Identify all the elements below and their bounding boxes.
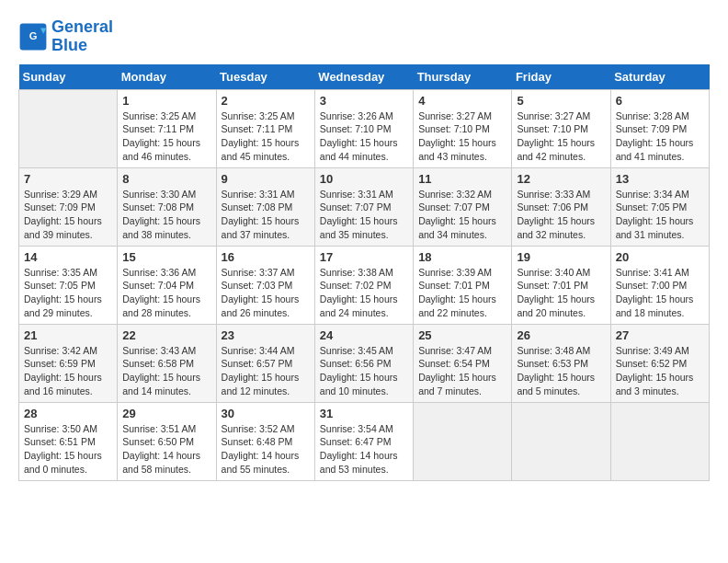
day-info: Sunrise: 3:40 AM Sunset: 7:01 PM Dayligh…	[517, 266, 605, 320]
day-info: Sunrise: 3:32 AM Sunset: 7:07 PM Dayligh…	[418, 188, 506, 242]
day-number: 22	[122, 328, 210, 342]
calendar-week-row: 1Sunrise: 3:25 AM Sunset: 7:11 PM Daylig…	[19, 89, 710, 167]
calendar-cell: 17Sunrise: 3:38 AM Sunset: 7:02 PM Dayli…	[314, 246, 413, 324]
day-number: 13	[616, 172, 704, 186]
day-info: Sunrise: 3:25 AM Sunset: 7:11 PM Dayligh…	[222, 109, 310, 164]
day-number: 23	[222, 328, 310, 342]
day-info: Sunrise: 3:28 AM Sunset: 7:09 PM Dayligh…	[616, 109, 704, 164]
day-info: Sunrise: 3:33 AM Sunset: 7:06 PM Dayligh…	[517, 188, 605, 242]
day-number: 24	[320, 328, 408, 342]
calendar-cell: 11Sunrise: 3:32 AM Sunset: 7:07 PM Dayli…	[414, 167, 512, 246]
day-number: 4	[418, 94, 506, 108]
day-info: Sunrise: 3:44 AM Sunset: 6:57 PM Dayligh…	[222, 344, 310, 398]
day-info: Sunrise: 3:27 AM Sunset: 7:10 PM Dayligh…	[418, 109, 506, 164]
day-number: 12	[517, 172, 605, 186]
calendar-cell: 8Sunrise: 3:30 AM Sunset: 7:08 PM Daylig…	[118, 167, 216, 246]
day-number: 9	[222, 172, 310, 186]
calendar-header-monday: Monday	[118, 64, 216, 90]
calendar-header-wednesday: Wednesday	[314, 64, 413, 90]
day-number: 27	[616, 328, 704, 342]
day-info: Sunrise: 3:47 AM Sunset: 6:54 PM Dayligh…	[418, 344, 506, 398]
calendar-cell: 30Sunrise: 3:52 AM Sunset: 6:48 PM Dayli…	[216, 402, 314, 480]
calendar-cell: 15Sunrise: 3:36 AM Sunset: 7:04 PM Dayli…	[118, 246, 216, 324]
day-info: Sunrise: 3:54 AM Sunset: 6:47 PM Dayligh…	[320, 422, 408, 477]
calendar-cell: 5Sunrise: 3:27 AM Sunset: 7:10 PM Daylig…	[512, 89, 610, 167]
calendar-cell: 18Sunrise: 3:39 AM Sunset: 7:01 PM Dayli…	[414, 246, 512, 324]
calendar-cell: 6Sunrise: 3:28 AM Sunset: 7:09 PM Daylig…	[610, 89, 709, 167]
calendar-week-row: 21Sunrise: 3:42 AM Sunset: 6:59 PM Dayli…	[19, 324, 710, 402]
calendar-cell	[610, 402, 709, 480]
calendar-cell: 13Sunrise: 3:34 AM Sunset: 7:05 PM Dayli…	[610, 167, 709, 246]
day-info: Sunrise: 3:30 AM Sunset: 7:08 PM Dayligh…	[122, 188, 210, 242]
day-number: 28	[24, 407, 112, 420]
day-info: Sunrise: 3:37 AM Sunset: 7:03 PM Dayligh…	[222, 266, 310, 320]
day-info: Sunrise: 3:41 AM Sunset: 7:00 PM Dayligh…	[616, 266, 704, 320]
calendar-cell: 26Sunrise: 3:48 AM Sunset: 6:53 PM Dayli…	[512, 324, 610, 402]
day-number: 16	[222, 250, 310, 264]
calendar-cell: 3Sunrise: 3:26 AM Sunset: 7:10 PM Daylig…	[314, 89, 413, 167]
day-number: 29	[122, 407, 210, 420]
calendar-header-tuesday: Tuesday	[216, 64, 314, 90]
day-number: 30	[222, 407, 310, 420]
day-number: 21	[24, 328, 112, 342]
calendar-body: 1Sunrise: 3:25 AM Sunset: 7:11 PM Daylig…	[19, 89, 710, 480]
header: G General Blue	[18, 18, 710, 55]
day-info: Sunrise: 3:51 AM Sunset: 6:50 PM Dayligh…	[122, 422, 210, 477]
calendar-cell: 2Sunrise: 3:25 AM Sunset: 7:11 PM Daylig…	[216, 89, 314, 167]
day-info: Sunrise: 3:43 AM Sunset: 6:58 PM Dayligh…	[122, 344, 210, 398]
svg-text:G: G	[29, 30, 38, 41]
logo: G General Blue	[18, 18, 113, 55]
logo-icon: G	[18, 22, 48, 52]
day-number: 26	[517, 328, 605, 342]
day-number: 18	[418, 250, 506, 264]
calendar-header-thursday: Thursday	[414, 64, 512, 90]
day-number: 3	[320, 94, 408, 108]
calendar-cell: 4Sunrise: 3:27 AM Sunset: 7:10 PM Daylig…	[414, 89, 512, 167]
day-number: 14	[24, 250, 112, 264]
day-info: Sunrise: 3:39 AM Sunset: 7:01 PM Dayligh…	[418, 266, 506, 320]
day-info: Sunrise: 3:27 AM Sunset: 7:10 PM Dayligh…	[517, 109, 605, 164]
day-info: Sunrise: 3:26 AM Sunset: 7:10 PM Dayligh…	[320, 109, 408, 164]
day-info: Sunrise: 3:36 AM Sunset: 7:04 PM Dayligh…	[122, 266, 210, 320]
calendar-week-row: 14Sunrise: 3:35 AM Sunset: 7:05 PM Dayli…	[19, 246, 710, 324]
day-info: Sunrise: 3:34 AM Sunset: 7:05 PM Dayligh…	[616, 188, 704, 242]
day-number: 17	[320, 250, 408, 264]
calendar-cell: 25Sunrise: 3:47 AM Sunset: 6:54 PM Dayli…	[414, 324, 512, 402]
calendar-header-row: SundayMondayTuesdayWednesdayThursdayFrid…	[19, 64, 710, 90]
calendar-cell: 19Sunrise: 3:40 AM Sunset: 7:01 PM Dayli…	[512, 246, 610, 324]
calendar-cell: 29Sunrise: 3:51 AM Sunset: 6:50 PM Dayli…	[118, 402, 216, 480]
calendar-cell: 10Sunrise: 3:31 AM Sunset: 7:07 PM Dayli…	[314, 167, 413, 246]
day-number: 20	[616, 250, 704, 264]
logo-text: General Blue	[51, 18, 113, 55]
day-info: Sunrise: 3:48 AM Sunset: 6:53 PM Dayligh…	[517, 344, 605, 398]
day-info: Sunrise: 3:49 AM Sunset: 6:52 PM Dayligh…	[616, 344, 704, 398]
calendar-week-row: 28Sunrise: 3:50 AM Sunset: 6:51 PM Dayli…	[19, 402, 710, 480]
day-info: Sunrise: 3:31 AM Sunset: 7:08 PM Dayligh…	[222, 188, 310, 242]
day-info: Sunrise: 3:52 AM Sunset: 6:48 PM Dayligh…	[222, 422, 310, 477]
calendar-header-saturday: Saturday	[610, 64, 709, 90]
calendar-cell: 7Sunrise: 3:29 AM Sunset: 7:09 PM Daylig…	[19, 167, 118, 246]
calendar-cell	[512, 402, 610, 480]
day-number: 7	[24, 172, 112, 186]
calendar-cell: 1Sunrise: 3:25 AM Sunset: 7:11 PM Daylig…	[118, 89, 216, 167]
calendar-cell: 16Sunrise: 3:37 AM Sunset: 7:03 PM Dayli…	[216, 246, 314, 324]
day-number: 10	[320, 172, 408, 186]
day-info: Sunrise: 3:25 AM Sunset: 7:11 PM Dayligh…	[122, 109, 210, 164]
calendar-cell: 12Sunrise: 3:33 AM Sunset: 7:06 PM Dayli…	[512, 167, 610, 246]
calendar-cell: 14Sunrise: 3:35 AM Sunset: 7:05 PM Dayli…	[19, 246, 118, 324]
calendar-cell: 31Sunrise: 3:54 AM Sunset: 6:47 PM Dayli…	[314, 402, 413, 480]
calendar-cell	[414, 402, 512, 480]
day-number: 8	[122, 172, 210, 186]
calendar-table: SundayMondayTuesdayWednesdayThursdayFrid…	[18, 64, 710, 481]
calendar-cell: 27Sunrise: 3:49 AM Sunset: 6:52 PM Dayli…	[610, 324, 709, 402]
day-info: Sunrise: 3:35 AM Sunset: 7:05 PM Dayligh…	[24, 266, 112, 320]
day-number: 25	[418, 328, 506, 342]
day-number: 11	[418, 172, 506, 186]
calendar-cell: 28Sunrise: 3:50 AM Sunset: 6:51 PM Dayli…	[19, 402, 118, 480]
day-number: 5	[517, 94, 605, 108]
day-info: Sunrise: 3:29 AM Sunset: 7:09 PM Dayligh…	[24, 188, 112, 242]
day-number: 6	[616, 94, 704, 108]
calendar-week-row: 7Sunrise: 3:29 AM Sunset: 7:09 PM Daylig…	[19, 167, 710, 246]
day-info: Sunrise: 3:50 AM Sunset: 6:51 PM Dayligh…	[24, 422, 112, 477]
day-number: 1	[122, 94, 210, 108]
